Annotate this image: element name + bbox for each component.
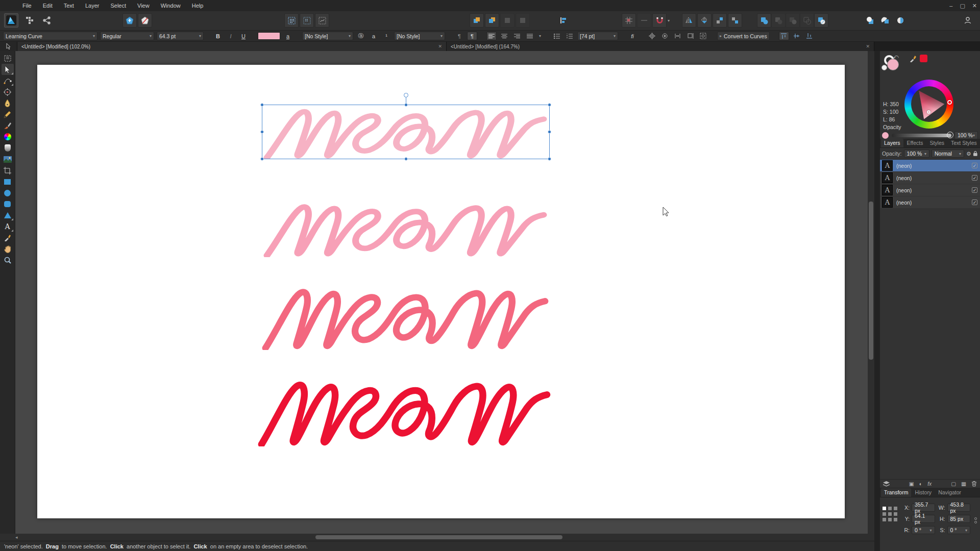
style-stroke-icon[interactable] xyxy=(878,13,892,28)
lock-icon[interactable] xyxy=(973,151,978,157)
align-more-arrow[interactable]: ▾ xyxy=(537,32,543,40)
hue-handle[interactable] xyxy=(947,100,952,105)
layer-visibility-checkbox[interactable]: ✓ xyxy=(972,163,977,168)
vertical-align-top-icon[interactable] xyxy=(779,32,789,40)
canvas-area[interactable] xyxy=(15,51,868,535)
tab-effects[interactable]: Effects xyxy=(904,139,926,147)
boolean-subtract-icon[interactable] xyxy=(771,13,786,28)
anchor-point-selector[interactable] xyxy=(883,507,897,537)
text-fill-color-swatch[interactable] xyxy=(258,32,280,40)
layer-thumbnail[interactable]: A xyxy=(882,160,893,171)
numbered-list-icon[interactable] xyxy=(565,32,575,40)
bold-button[interactable]: B xyxy=(213,32,223,40)
insert-inside-icon[interactable] xyxy=(284,13,299,28)
tab-transform[interactable]: Transform xyxy=(881,488,911,497)
layer-thumbnail[interactable]: A xyxy=(882,197,893,208)
layer-name[interactable]: (neon) xyxy=(896,163,912,169)
link-dimensions-icon[interactable] xyxy=(974,504,977,537)
rotate-ccw-icon[interactable] xyxy=(713,13,727,28)
layer-name[interactable]: (neon) xyxy=(896,187,912,193)
layer-stack-icon[interactable] xyxy=(883,481,890,487)
neon-text-2[interactable] xyxy=(262,198,550,257)
layer-visibility-checkbox[interactable]: ✓ xyxy=(972,199,977,205)
rotation-handle[interactable] xyxy=(404,93,408,97)
snap-off-badge-icon[interactable] xyxy=(138,13,152,28)
tab-text-styles[interactable]: Text Styles xyxy=(948,139,980,147)
color-picker-tool-icon[interactable] xyxy=(2,232,14,243)
layer-thumbnail[interactable]: A xyxy=(882,172,893,183)
layer-name[interactable]: (neon) xyxy=(896,175,912,181)
document-tab-1[interactable]: <Untitled> [Modified] (102.0%) ✕ xyxy=(17,42,447,51)
italic-button[interactable]: I xyxy=(226,32,236,40)
tab-close-icon[interactable]: ✕ xyxy=(861,44,870,49)
tab-close-icon[interactable]: ✕ xyxy=(433,44,442,49)
vector-brush-tool-icon[interactable] xyxy=(2,120,14,131)
share-icon[interactable] xyxy=(40,13,54,28)
menu-view[interactable]: View xyxy=(132,1,155,10)
rotate-cw-icon[interactable] xyxy=(728,13,742,28)
flip-vertical-icon[interactable] xyxy=(697,13,712,28)
h-input[interactable]: 85 px xyxy=(947,515,971,523)
opacity-input[interactable]: 100 %▾ xyxy=(954,131,978,139)
neon-text-4[interactable] xyxy=(256,374,553,446)
align-justify-icon[interactable] xyxy=(525,32,535,40)
flip-horizontal-icon[interactable] xyxy=(682,13,696,28)
tracking-icon[interactable] xyxy=(685,32,695,40)
selection-bounding-box[interactable] xyxy=(262,105,550,159)
account-icon[interactable] xyxy=(961,13,975,28)
color-picker-icon[interactable] xyxy=(910,55,917,62)
menu-help[interactable]: Help xyxy=(187,1,209,10)
horizontal-scrollbar-thumb[interactable] xyxy=(315,535,562,539)
convert-to-curves-button[interactable]: ▸ Convert to Curves xyxy=(717,32,770,40)
scroll-left-arrow[interactable]: ◂ xyxy=(15,535,18,540)
show-grid-icon[interactable] xyxy=(622,13,636,28)
style-fill-icon[interactable] xyxy=(863,13,877,28)
underline-button[interactable]: U xyxy=(238,32,249,40)
insert-behind-icon[interactable] xyxy=(300,13,314,28)
blend-mode-select[interactable]: Normal▾ xyxy=(932,149,964,158)
menu-select[interactable]: Select xyxy=(105,1,131,10)
mask-layer-icon[interactable]: ▣ xyxy=(909,481,914,487)
font-weight-select[interactable]: Regular▾ xyxy=(100,32,154,40)
paragraph-marks-icon[interactable]: ¶ xyxy=(467,32,477,40)
pattern-layer-icon[interactable]: ▦ xyxy=(961,481,966,487)
point-transform-tool-icon[interactable] xyxy=(2,86,14,97)
kerning-icon[interactable] xyxy=(672,32,682,40)
neon-text-3[interactable] xyxy=(260,282,551,350)
bullet-list-icon[interactable] xyxy=(552,32,562,40)
sl-handle[interactable] xyxy=(927,110,930,114)
node-tool-icon[interactable] xyxy=(2,75,14,86)
leading-select[interactable]: [74 pt]▾ xyxy=(577,32,618,40)
pen-tool-icon[interactable] xyxy=(2,97,14,109)
tab-layers[interactable]: Layers xyxy=(881,139,903,147)
no-color-swatch[interactable] xyxy=(881,65,887,70)
layer-effects-icon[interactable]: fx xyxy=(927,481,932,487)
horizontal-scrollbar[interactable]: ◂ xyxy=(0,534,875,541)
snap-badge-icon[interactable] xyxy=(122,13,137,28)
adjustment-layer-icon[interactable]: ◐ xyxy=(919,481,922,487)
minimize-button[interactable]: – xyxy=(949,3,952,9)
selection-handle-sw[interactable] xyxy=(260,157,264,161)
picked-color-swatch[interactable] xyxy=(920,55,927,62)
align-center-icon[interactable] xyxy=(499,32,509,40)
selection-handle-s[interactable] xyxy=(404,157,408,161)
text-frame-icon[interactable] xyxy=(698,32,708,40)
selection-handle-ne[interactable] xyxy=(548,103,551,107)
font-size-select[interactable]: 64.3 pt▾ xyxy=(157,32,204,40)
vertical-align-bottom-icon[interactable] xyxy=(804,32,815,40)
optical-alignment-icon[interactable] xyxy=(659,32,670,40)
move-to-back-icon[interactable] xyxy=(485,13,499,28)
selection-handle-n[interactable] xyxy=(404,103,408,107)
ellipse-tool-icon[interactable] xyxy=(2,187,14,198)
style-transparency-icon[interactable] xyxy=(893,13,908,28)
layer-visibility-checkbox[interactable]: ✓ xyxy=(972,187,977,193)
triangle-tool-icon[interactable] xyxy=(2,210,14,221)
edit-all-layers-icon[interactable] xyxy=(315,13,329,28)
artboard-tool-icon[interactable] xyxy=(2,53,14,64)
layer-thumbnail[interactable]: A xyxy=(882,185,893,195)
menu-text[interactable]: Text xyxy=(59,1,79,10)
typography-circle-a-icon[interactable]: ⓐ xyxy=(356,32,366,40)
layer-name[interactable]: (neon) xyxy=(896,199,912,206)
character-style-select[interactable]: [No Style]▾ xyxy=(302,32,353,40)
shear-input[interactable]: 0 °▾ xyxy=(947,526,971,534)
